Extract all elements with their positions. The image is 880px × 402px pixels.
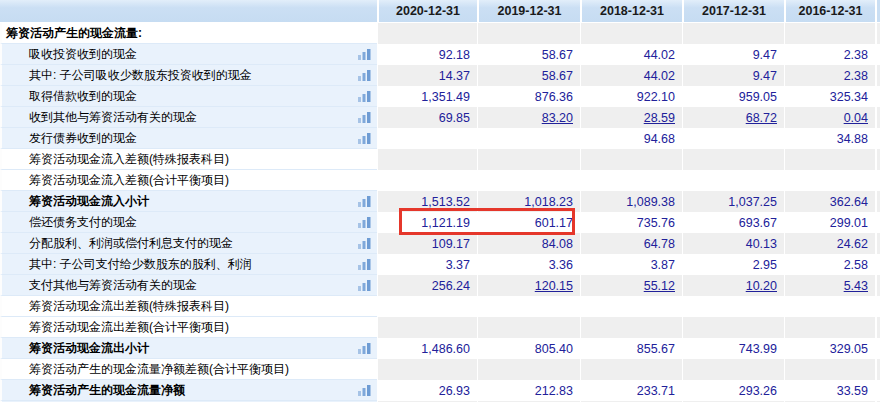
row-label: 发行债券收到的现金	[29, 130, 137, 147]
row-label: 筹资活动现金流出差额(特殊报表科目)	[29, 298, 229, 315]
linked-value[interactable]: 5.43	[844, 279, 868, 293]
bar-chart-icon[interactable]	[358, 112, 371, 123]
cell-value: 3.37	[446, 258, 470, 272]
cell-value: 64.78	[644, 237, 675, 251]
value-cell	[580, 23, 682, 44]
bar-chart-icon[interactable]	[358, 70, 371, 81]
bar-chart-icon[interactable]	[358, 91, 371, 102]
row-label: 其中: 子公司吸收少数股东投资收到的现金	[29, 67, 252, 84]
cell-value: 1,037.25	[728, 195, 777, 209]
cell-value: 9.47	[753, 69, 777, 83]
bar-chart-icon[interactable]	[358, 280, 371, 291]
cell-value: 2.38	[844, 69, 868, 83]
value-cell: 94.68	[580, 128, 682, 149]
value-cell	[377, 317, 477, 338]
bar-chart-icon[interactable]	[358, 49, 371, 60]
row-label-cell: 筹资活动现金流出小计	[0, 338, 377, 359]
bar-chart-icon[interactable]	[358, 133, 371, 144]
value-cell	[682, 359, 784, 380]
bar-chart-icon[interactable]	[358, 385, 371, 396]
financing-cashflow-table: 2020-12-312019-12-312018-12-312017-12-31…	[0, 0, 880, 402]
cell-value: 601.17	[535, 216, 573, 230]
row-label: 筹资活动现金流出小计	[29, 340, 149, 357]
value-cell	[784, 170, 875, 191]
table-row: 筹资活动现金流入差额(特殊报表科目)	[0, 149, 880, 170]
row-label-cell: 筹资活动现金流入差额(合计平衡项目)	[0, 170, 377, 191]
row-label-cell: 分配股利、利润或偿付利息支付的现金	[0, 233, 377, 254]
value-cell: 120.15	[477, 275, 580, 296]
value-cell	[682, 23, 784, 44]
linked-value[interactable]: 0.04	[844, 111, 868, 125]
bar-chart-icon[interactable]	[358, 238, 371, 249]
cell-value: 1,513.52	[421, 195, 470, 209]
cell-value: 256.24	[432, 279, 470, 293]
column-header-2019-12-31: 2019-12-31	[477, 0, 580, 22]
bar-chart-icon[interactable]	[358, 259, 371, 270]
value-cell	[784, 149, 875, 170]
bar-chart-icon[interactable]	[358, 196, 371, 207]
row-label: 筹资活动现金流入差额(特殊报表科目)	[29, 151, 229, 168]
value-cell	[377, 128, 477, 149]
value-cell: 5.43	[784, 275, 875, 296]
linked-value[interactable]: 10.20	[746, 279, 777, 293]
value-cell: 2.38	[784, 44, 875, 65]
table-row: 取得借款收到的现金1,351.49876.36922.10959.05325.3…	[0, 86, 880, 107]
value-cell: 329.05	[784, 338, 875, 359]
cell-value: 92.18	[439, 48, 470, 62]
cell-value: 69.85	[439, 111, 470, 125]
value-cell	[784, 317, 875, 338]
value-cell: 58.67	[477, 44, 580, 65]
value-cell: 743.99	[682, 338, 784, 359]
value-cell: 69.85	[377, 107, 477, 128]
table-body: 筹资活动产生的现金流量:吸收投资收到的现金92.1858.6744.029.47…	[0, 23, 880, 402]
value-cell: 2.38	[784, 65, 875, 86]
linked-value[interactable]: 120.15	[535, 279, 573, 293]
cell-value: 3.36	[549, 258, 573, 272]
table-row: 收到其他与筹资活动有关的现金69.8583.2028.5968.720.04	[0, 107, 880, 128]
cell-value: 26.93	[439, 384, 470, 398]
value-cell: 3.37	[377, 254, 477, 275]
cell-value: 855.67	[637, 342, 675, 356]
linked-value[interactable]: 28.59	[644, 111, 675, 125]
cell-value: 34.88	[837, 132, 868, 146]
value-cell: 3.87	[580, 254, 682, 275]
value-cell: 256.24	[377, 275, 477, 296]
linked-value[interactable]: 83.20	[542, 111, 573, 125]
value-cell: 2.58	[784, 254, 875, 275]
corner-cell	[0, 0, 377, 22]
value-cell: 14.37	[377, 65, 477, 86]
linked-value[interactable]: 55.12	[644, 279, 675, 293]
value-cell: 1,089.38	[580, 191, 682, 212]
cell-value: 693.67	[739, 216, 777, 230]
value-cell: 58.67	[477, 65, 580, 86]
bar-chart-icon[interactable]	[358, 217, 371, 228]
cell-value: 109.17	[432, 237, 470, 251]
row-label: 筹资活动产生的现金流量净额差额(合计平衡项目)	[29, 361, 289, 378]
cell-value: 40.13	[746, 237, 777, 251]
value-cell: 1,513.52	[377, 191, 477, 212]
value-cell	[377, 170, 477, 191]
value-cell: 212.83	[477, 380, 580, 401]
row-label: 筹资活动现金流入小计	[29, 193, 149, 210]
cell-value: 1,351.49	[421, 90, 470, 104]
column-header-2018-12-31: 2018-12-31	[580, 0, 682, 22]
value-cell: 299.01	[784, 212, 875, 233]
row-label-cell: 偿还债务支付的现金	[0, 212, 377, 233]
bar-chart-icon[interactable]	[358, 343, 371, 354]
value-cell	[377, 296, 477, 317]
value-cell: 1,486.60	[377, 338, 477, 359]
row-label: 筹资活动现金流入差额(合计平衡项目)	[29, 172, 229, 189]
column-header-2017-12-31: 2017-12-31	[682, 0, 784, 22]
value-cell	[477, 128, 580, 149]
cell-value: 212.83	[535, 384, 573, 398]
linked-value[interactable]: 68.72	[746, 111, 777, 125]
table-row: 发行债券收到的现金94.6834.88	[0, 128, 880, 149]
value-cell	[580, 170, 682, 191]
value-cell: 40.13	[682, 233, 784, 254]
value-cell: 9.47	[682, 65, 784, 86]
cell-value: 24.62	[837, 237, 868, 251]
cell-value: 3.87	[651, 258, 675, 272]
value-cell: 1,351.49	[377, 86, 477, 107]
value-cell: 2.95	[682, 254, 784, 275]
value-cell: 1,037.25	[682, 191, 784, 212]
